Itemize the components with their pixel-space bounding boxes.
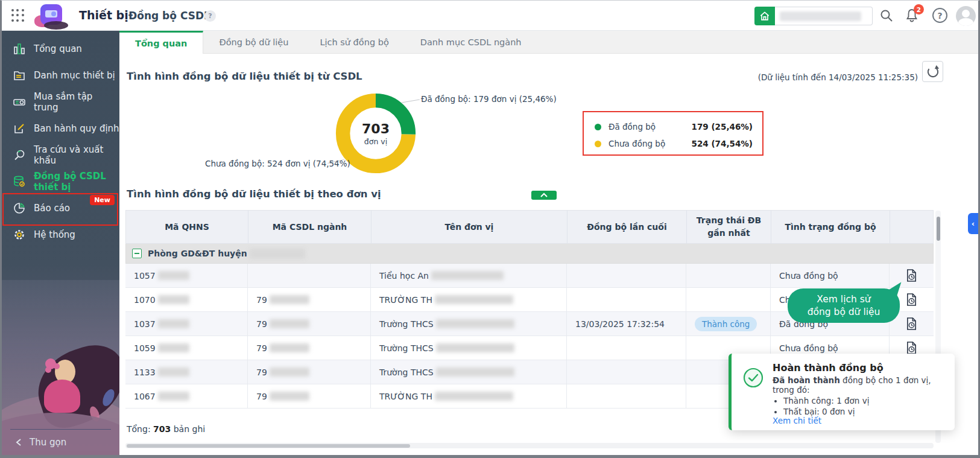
page-help-icon[interactable]: ? bbox=[204, 10, 216, 22]
search-icon[interactable] bbox=[879, 8, 894, 25]
search-icon bbox=[13, 148, 26, 162]
pie-chart-icon bbox=[13, 202, 26, 215]
legend-value: 524 (74,54%) bbox=[692, 139, 753, 148]
table-group-row: Phòng GD&ĐT huyện bbox=[125, 244, 934, 264]
sync-history-icon bbox=[905, 341, 918, 355]
tab-bar: Tổng quan Đồng bộ dữ liệu Lịch sử đồng b… bbox=[119, 31, 978, 54]
home-icon bbox=[759, 10, 771, 22]
total-records: Tổng: 703 bản ghi bbox=[127, 424, 205, 434]
table-row[interactable]: 1057 Tiểu học An Chưa đồng bộ bbox=[125, 264, 934, 288]
sidebar-item-ban-hanh-quy-dinh[interactable]: Ban hành quy định bbox=[2, 115, 119, 142]
user-avatar[interactable] bbox=[956, 6, 976, 26]
folder-icon bbox=[13, 69, 26, 82]
refresh-icon bbox=[925, 64, 941, 80]
sidebar-footer: Thu gọn bbox=[2, 429, 119, 448]
sync-complete-toast: Hoàn thành đồng bộ Đã hoàn thành đồng bộ… bbox=[729, 354, 955, 430]
home-button[interactable] bbox=[754, 7, 775, 25]
sidebar-item-label: Hệ thống bbox=[34, 229, 75, 240]
sidebar-item-label: Ban hành quy định bbox=[34, 123, 119, 134]
annotation-red-box-legend: Đã đồng bộ 179 (25,46%) Chưa đồng bộ 524… bbox=[583, 111, 763, 156]
sync-history-icon bbox=[905, 317, 918, 331]
sidebar-item-tra-cuu-va-xuat-khau[interactable]: Tra cứu và xuất khẩu bbox=[2, 142, 119, 168]
section-title-unit-table: Tình hình đồng bộ dữ liệu thiết bị theo … bbox=[127, 188, 381, 200]
horizontal-scrollbar[interactable] bbox=[125, 443, 934, 448]
col-header-ten-don-vi[interactable]: Tên đơn vị bbox=[371, 211, 567, 243]
refresh-button[interactable] bbox=[922, 61, 943, 82]
sidebar-item-he-thong[interactable]: Hệ thống bbox=[2, 221, 119, 248]
tab-danh-muc-csdl-nganh[interactable]: Danh mục CSDL ngành bbox=[405, 31, 537, 53]
new-feature-badge: New bbox=[90, 195, 115, 205]
global-search-input[interactable] bbox=[775, 7, 873, 25]
redacted-text bbox=[250, 249, 305, 259]
gear-icon bbox=[13, 228, 26, 241]
section-collapse-button[interactable] bbox=[531, 191, 557, 200]
tab-lich-su-dong-bo[interactable]: Lịch sử đồng bộ bbox=[304, 31, 404, 53]
main-content: Tổng quan Đồng bộ dữ liệu Lịch sử đồng b… bbox=[119, 31, 978, 455]
legend-dot-unsynced bbox=[595, 141, 601, 147]
chevron-left-icon bbox=[15, 438, 22, 447]
view-details-link[interactable]: Xem chi tiết bbox=[773, 416, 821, 425]
legend-value: 179 (25,46%) bbox=[692, 122, 753, 132]
toast-bullet: Thành công: 1 đơn vị bbox=[783, 396, 946, 406]
col-header-tinh-trang[interactable]: Tình trạng đồng bộ bbox=[771, 211, 890, 243]
notification-count-badge: 2 bbox=[914, 4, 924, 14]
sidebar-item-dong-bo-csdl-thiet-bi[interactable]: Đồng bộ CSDL thiết bị bbox=[2, 168, 119, 195]
projector-icon bbox=[13, 95, 26, 109]
database-icon bbox=[13, 175, 26, 188]
sidebar-divider bbox=[10, 429, 111, 430]
col-header-dong-bo-lan-cuoi[interactable]: Đồng bộ lần cuối bbox=[567, 211, 687, 243]
collapse-group-icon[interactable] bbox=[132, 249, 142, 258]
toast-message: Đã hoàn thành đồng bộ cho 1 đơn vị, tron… bbox=[773, 375, 946, 395]
legend-row-unsynced: Chưa đồng bộ 524 (74,54%) bbox=[595, 136, 753, 151]
success-check-icon bbox=[742, 367, 764, 391]
toast-bullet: Thất bại: 0 đơn vị bbox=[783, 407, 946, 416]
group-label: Phòng GD&ĐT huyện bbox=[148, 249, 247, 258]
side-panel-toggle[interactable]: ‹ bbox=[968, 213, 978, 234]
sidebar: Tổng quan Danh mục thiết bị Mua sắm tập … bbox=[2, 31, 119, 455]
legend-dot-synced bbox=[595, 124, 601, 130]
app-window: Thiết bị Đồng bộ CSDL ? 2 ? bbox=[0, 0, 980, 458]
sidebar-item-label: Báo cáo bbox=[34, 203, 70, 214]
tab-dong-bo-du-lieu[interactable]: Đồng bộ dữ liệu bbox=[203, 31, 304, 53]
tab-tong-quan[interactable]: Tổng quan bbox=[119, 31, 203, 54]
total-value: 703 bbox=[153, 424, 171, 434]
sidebar-item-mua-sam-tap-trung[interactable]: Mua sắm tập trung bbox=[2, 89, 119, 115]
sidebar-item-danh-muc-thiet-bi[interactable]: Danh mục thiết bị bbox=[2, 62, 119, 89]
status-badge: Thành công bbox=[695, 317, 757, 331]
scrollbar-thumb[interactable] bbox=[127, 444, 410, 448]
sync-history-icon bbox=[905, 293, 918, 307]
sidebar-item-label: Đồng bộ CSDL thiết bị bbox=[34, 171, 119, 192]
legend-label: Chưa đồng bộ bbox=[609, 139, 692, 148]
app-title: Thiết bị bbox=[79, 8, 128, 22]
sidebar-collapse-button[interactable]: Thu gọn bbox=[2, 437, 119, 448]
collapse-label: Thu gọn bbox=[30, 437, 66, 448]
sidebar-item-label: Danh mục thiết bị bbox=[34, 70, 115, 81]
sidebar-item-tong-quan[interactable]: Tổng quan bbox=[2, 36, 119, 62]
top-bar: Thiết bị Đồng bộ CSDL ? 2 ? bbox=[2, 1, 978, 31]
sync-history-icon bbox=[905, 269, 918, 282]
toast-bullet-list: Thành công: 1 đơn vị Thất bại: 0 đơn vị bbox=[783, 396, 946, 416]
col-header-trang-thai[interactable]: Trạng thái ĐB gần nhất bbox=[687, 211, 771, 243]
callout-synced: Đã đồng bộ: 179 đơn vị (25,46%) bbox=[421, 94, 557, 104]
section-title-sync-overview: Tình hình đồng bộ dữ liệu thiết bị từ CS… bbox=[127, 71, 362, 82]
app-grid-icon[interactable] bbox=[11, 9, 25, 22]
notifications-button[interactable]: 2 bbox=[904, 7, 922, 25]
table-header-row: Mã QHNS Mã CSDL ngành Tên đơn vị Đồng bộ… bbox=[125, 210, 934, 244]
col-header-csdl[interactable]: Mã CSDL ngành bbox=[248, 211, 371, 243]
page-title: Đồng bộ CSDL bbox=[128, 10, 210, 22]
sidebar-nav: Tổng quan Danh mục thiết bị Mua sắm tập … bbox=[2, 31, 119, 248]
bar-chart-icon bbox=[13, 42, 26, 56]
callout-unsynced: Chưa đồng bộ: 524 đơn vị (74,54%) bbox=[205, 159, 350, 168]
data-as-of-note: (Dữ liệu tính đến 14/03/2025 11:25:35) bbox=[758, 72, 918, 82]
sidebar-item-label: Tổng quan bbox=[34, 43, 82, 54]
chevron-up-icon bbox=[540, 192, 548, 198]
edit-icon bbox=[13, 122, 26, 135]
col-header-qhns[interactable]: Mã QHNS bbox=[126, 211, 248, 243]
col-header-actions bbox=[890, 211, 934, 243]
redacted-search-text bbox=[780, 11, 861, 21]
legend-row-synced: Đã đồng bộ 179 (25,46%) bbox=[595, 119, 753, 134]
scrollbar-thumb[interactable] bbox=[937, 217, 940, 241]
toast-title: Hoàn thành đồng bộ bbox=[773, 362, 946, 374]
app-logo bbox=[33, 2, 71, 30]
help-button[interactable]: ? bbox=[932, 8, 947, 23]
